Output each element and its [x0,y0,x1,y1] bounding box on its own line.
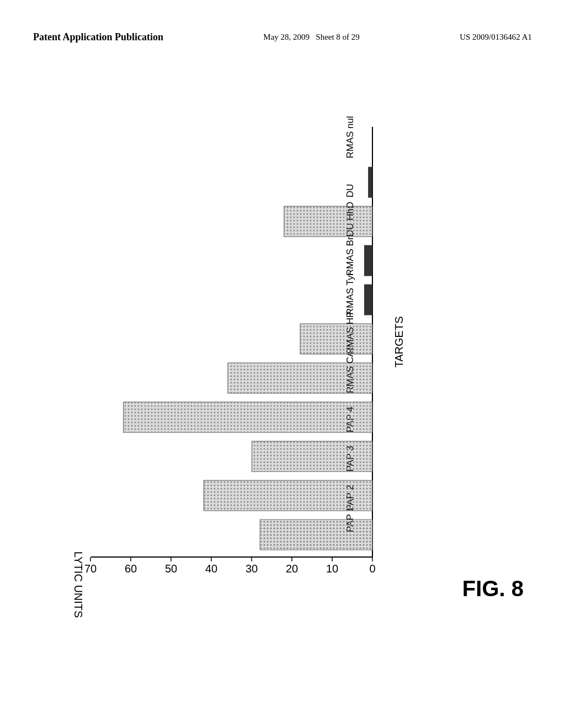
bar-du-fill [369,167,372,197]
bar-rmasbr-fill [364,245,372,276]
y-tick-50: 50 [165,563,177,575]
bar-pap4-dots [124,402,372,432]
label-rmasnul: RMAS nul [345,116,355,158]
sheet-info: May 28, 2009 Sheet 8 of 29 [263,30,360,44]
bar-duhhd-dots [284,206,372,237]
label-rmasbr: RMAS Br. [345,234,355,276]
y-tick-60: 60 [125,563,137,575]
y-tick-40: 40 [205,563,217,575]
y-tick-70: 70 [84,563,97,575]
figure-label: FIG. 8 [462,576,524,601]
chart-svg: 0 10 20 30 40 50 60 [30,72,516,651]
y-tick-30: 30 [246,563,258,575]
x-axis-label: TARGETS [393,317,405,368]
y-tick-20: 20 [286,563,298,575]
bar-pap3-dots [252,441,372,472]
y-tick-0: 0 [369,563,375,575]
patent-number: US 2009/0136462 A1 [460,30,532,44]
label-du: DU [345,184,355,197]
publication-title: Patent Application Publication [33,30,163,44]
label-rmastyr: RMAS Tyr [345,272,355,315]
bar-rmastyr-fill [364,285,372,315]
bar-rmashp-dots [300,324,372,354]
bar-pap1-dots [260,520,372,550]
y-axis-label: LYTIC UNITS [72,552,84,618]
bar-pap2-dots [204,480,372,511]
bar-rmascap-dots [228,363,372,393]
y-tick-10: 10 [326,563,338,575]
